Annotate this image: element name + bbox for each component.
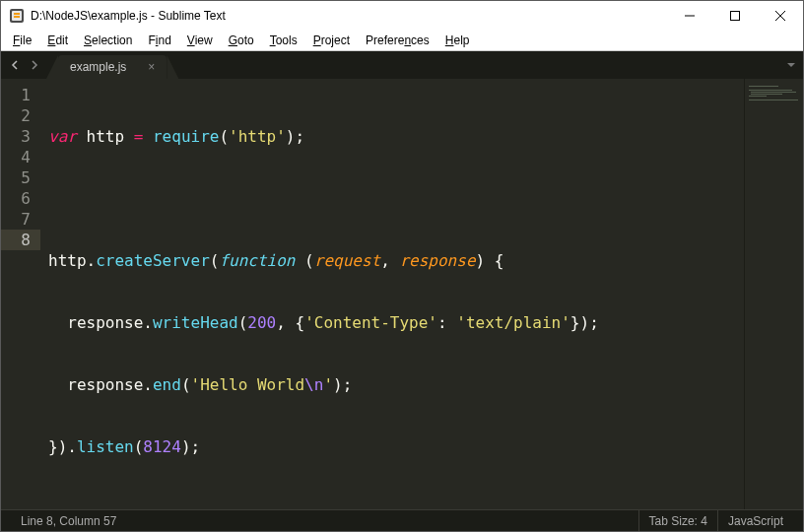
punct: ( <box>134 437 144 456</box>
punct: }) <box>48 437 67 456</box>
menu-view[interactable]: View <box>179 32 221 49</box>
identifier: response <box>67 375 143 394</box>
string: 'text/plain' <box>456 313 570 332</box>
tab-close-button[interactable]: × <box>148 60 155 74</box>
punct: , <box>380 251 399 270</box>
punct: ( <box>304 251 314 270</box>
app-icon <box>9 8 25 24</box>
identifier: http <box>48 251 87 270</box>
param: request <box>314 251 380 270</box>
function: require <box>153 127 219 146</box>
window-maximize-button[interactable] <box>712 1 758 31</box>
punct: ( <box>238 313 248 332</box>
punct: ; <box>191 437 201 456</box>
punct: : <box>437 313 456 332</box>
line-number: 7 <box>1 209 31 230</box>
tab-overflow-button[interactable] <box>785 57 797 75</box>
string: 'Hello World <box>191 375 305 394</box>
number: 8124 <box>143 437 181 456</box>
function: listen <box>77 437 134 456</box>
line-number: 5 <box>1 167 31 188</box>
menu-label: election <box>92 33 132 47</box>
punct: ( <box>219 127 229 146</box>
nav-back-button[interactable] <box>5 55 25 75</box>
punct: ) <box>333 375 343 394</box>
indent <box>48 313 67 332</box>
menu-project[interactable]: Project <box>305 32 358 49</box>
line-number-gutter[interactable]: 1 2 3 4 5 6 7 8 <box>1 79 40 509</box>
window-minimize-button[interactable] <box>667 1 712 31</box>
svg-rect-5 <box>731 12 740 21</box>
identifier: response <box>67 313 143 332</box>
escape: \n <box>304 375 323 394</box>
window-title: D:\NodeJS\example.js - Sublime Text <box>31 9 226 23</box>
menu-label: nd <box>158 33 170 47</box>
menu-label: dit <box>55 33 68 47</box>
menu-edit[interactable]: Edit <box>39 32 76 49</box>
punct: ) <box>476 251 486 270</box>
punct: { <box>485 251 503 270</box>
window-close-button[interactable] <box>758 1 803 31</box>
code-editor[interactable]: var http = require('http'); http.createS… <box>40 79 744 509</box>
string: ' <box>323 375 333 394</box>
text <box>295 251 304 270</box>
keyword: function <box>219 251 295 270</box>
string: 'http' <box>229 127 286 146</box>
menu-file[interactable]: File <box>5 32 39 49</box>
function: writeHead <box>153 313 238 332</box>
punct: ; <box>343 375 353 394</box>
number: 200 <box>247 313 276 332</box>
punct: ( <box>181 375 191 394</box>
function: createServer <box>96 251 210 270</box>
punct: ; <box>296 127 305 146</box>
punct: ) <box>181 437 191 456</box>
menu-label: iew <box>195 33 213 47</box>
menu-preferences[interactable]: Preferences <box>358 32 437 49</box>
identifier: http <box>87 127 125 146</box>
punct: . <box>143 313 153 332</box>
punct: ) <box>579 313 589 332</box>
menu-label: ile <box>20 33 32 47</box>
punct: { <box>295 313 304 332</box>
editor-area: 1 2 3 4 5 6 7 8 var http = require('http… <box>1 79 803 509</box>
menu-label: ools <box>276 33 298 47</box>
menu-bar: File Edit Selection Find View Goto Tools… <box>1 31 803 51</box>
menu-goto[interactable]: Goto <box>221 32 262 49</box>
nav-forward-button[interactable] <box>25 55 44 75</box>
punct: , <box>276 313 295 332</box>
line-number: 3 <box>1 126 31 147</box>
line-number: 6 <box>1 188 31 209</box>
line-number: 4 <box>1 147 31 167</box>
indent <box>48 375 67 394</box>
svg-rect-3 <box>14 16 20 18</box>
punct: ) <box>286 127 296 146</box>
minimap[interactable] <box>744 79 803 509</box>
menu-tools[interactable]: Tools <box>262 32 305 49</box>
tab-example-js[interactable]: example.js × <box>58 55 167 79</box>
line-number: 2 <box>1 105 31 126</box>
tab-label: example.js <box>70 60 126 74</box>
window-titlebar: D:\NodeJS\example.js - Sublime Text <box>1 1 803 31</box>
punct: ; <box>589 313 599 332</box>
menu-label: roject <box>321 33 350 47</box>
string: 'Content-Type' <box>304 313 437 332</box>
line-number: 8 <box>1 230 40 250</box>
keyword: var <box>48 127 77 146</box>
menu-selection[interactable]: Selection <box>76 32 140 49</box>
punct: ( <box>210 251 220 270</box>
line-number: 1 <box>1 85 31 105</box>
text <box>77 127 87 146</box>
param: response <box>399 251 475 270</box>
punct: . <box>143 375 153 394</box>
function: end <box>153 375 181 394</box>
operator: = <box>124 127 153 146</box>
punct: . <box>87 251 97 270</box>
menu-help[interactable]: Help <box>437 32 478 49</box>
punct: . <box>67 437 77 456</box>
svg-rect-2 <box>14 13 20 15</box>
menu-find[interactable]: Find <box>140 32 178 49</box>
menu-label: oto <box>237 33 254 47</box>
menu-label: elp <box>453 33 469 47</box>
tab-strip: example.js × <box>1 51 803 79</box>
menu-label: ces <box>411 33 430 47</box>
